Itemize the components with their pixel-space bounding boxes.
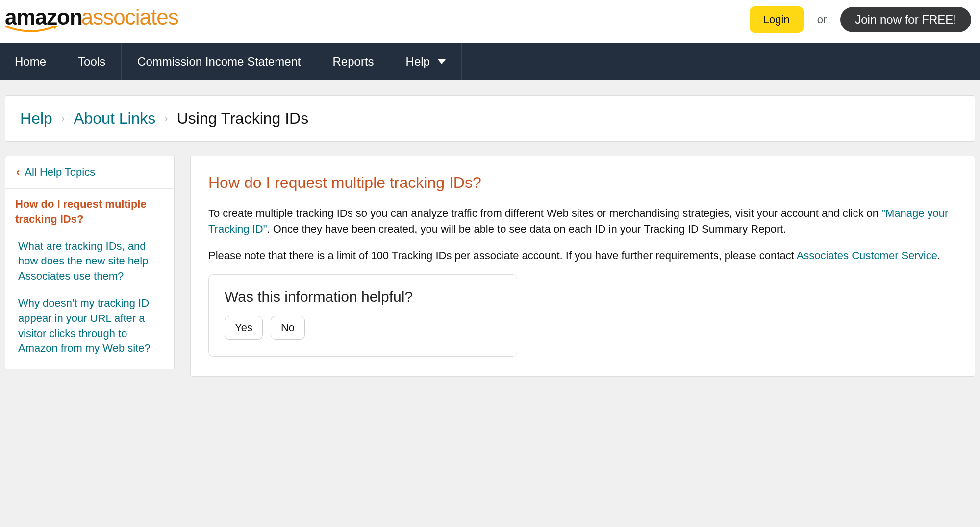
breadcrumb-help[interactable]: Help: [20, 109, 52, 128]
sidebar-back-label: All Help Topics: [25, 166, 95, 179]
feedback-box: Was this information helpful? Yes No: [208, 274, 517, 357]
sidebar-item-active[interactable]: How do I request multiple tracking IDs?: [15, 197, 164, 227]
sidebar: ‹ All Help Topics How do I request multi…: [5, 156, 175, 369]
breadcrumb: Help › About Links › Using Tracking IDs: [5, 95, 975, 142]
chevron-down-icon: [438, 59, 446, 64]
sidebar-list: How do I request multiple tracking IDs? …: [5, 189, 174, 369]
nav-reports[interactable]: Reports: [317, 43, 390, 80]
join-button[interactable]: Join now for FREE!: [840, 7, 971, 32]
breadcrumb-about-links[interactable]: About Links: [74, 109, 155, 128]
feedback-no-button[interactable]: No: [271, 316, 305, 340]
customer-service-link[interactable]: Associates Customer Service: [797, 249, 937, 262]
sidebar-back[interactable]: ‹ All Help Topics: [5, 156, 174, 189]
sidebar-item[interactable]: What are tracking IDs, and how does the …: [15, 239, 164, 284]
feedback-buttons: Yes No: [225, 316, 501, 340]
nav-help[interactable]: Help: [390, 43, 462, 80]
nav-tools[interactable]: Tools: [62, 43, 122, 80]
login-button[interactable]: Login: [750, 6, 804, 33]
article-paragraph: To create multiple tracking IDs so you c…: [208, 206, 957, 237]
content: Help › About Links › Using Tracking IDs …: [0, 80, 980, 382]
nav-commission[interactable]: Commission Income Statement: [122, 43, 317, 80]
article-paragraph: Please note that there is a limit of 100…: [208, 248, 957, 264]
article: How do I request multiple tracking IDs? …: [190, 156, 975, 377]
breadcrumb-current: Using Tracking IDs: [177, 109, 309, 128]
feedback-yes-button[interactable]: Yes: [225, 316, 263, 340]
or-text: or: [817, 13, 827, 26]
header-actions: Login or Join now for FREE!: [750, 6, 975, 33]
main-nav: Home Tools Commission Income Statement R…: [0, 43, 980, 80]
feedback-question: Was this information helpful?: [225, 289, 501, 305]
chevron-right-icon: ›: [61, 112, 65, 125]
header: amazon associates Login or Join now for …: [0, 0, 980, 43]
nav-home[interactable]: Home: [0, 43, 62, 80]
logo-associates-text: associates: [81, 5, 178, 29]
article-title: How do I request multiple tracking IDs?: [208, 174, 957, 192]
chevron-right-icon: ›: [164, 112, 168, 125]
logo[interactable]: amazon associates: [5, 5, 178, 34]
chevron-left-icon: ‹: [16, 166, 20, 179]
sidebar-item[interactable]: Why doesn't my tracking ID appear in you…: [15, 296, 164, 356]
logo-amazon-text: amazon: [5, 5, 82, 29]
